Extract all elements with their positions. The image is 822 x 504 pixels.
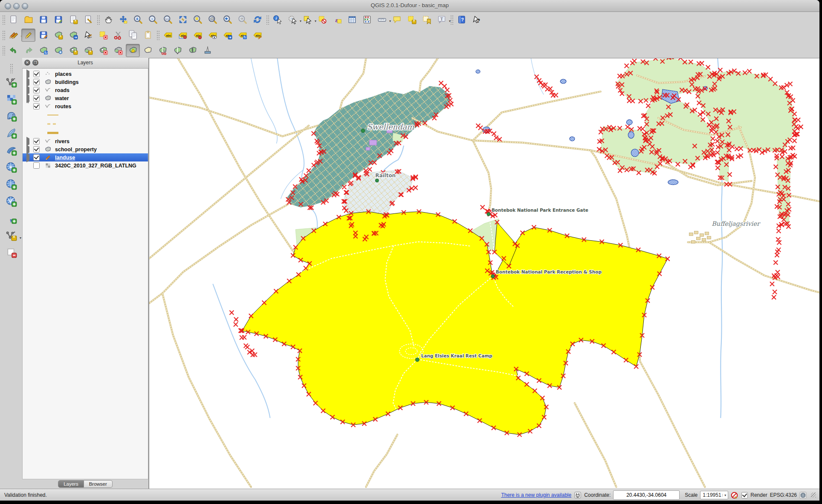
delete-selected-button[interactable] <box>96 29 110 42</box>
add-wcs-layer-button[interactable] <box>3 176 19 192</box>
deselect-all-button[interactable] <box>315 13 329 26</box>
expand-arrow-icon[interactable] <box>26 87 31 93</box>
layer-row-roads[interactable]: roads <box>23 86 148 94</box>
zoom-in-button[interactable]: + <box>131 13 145 26</box>
layer-row-places[interactable]: places <box>23 70 148 78</box>
delete-ring-button[interactable] <box>96 44 110 57</box>
layer-visibility-checkbox[interactable] <box>33 103 40 109</box>
zoom-full-button[interactable] <box>176 13 190 26</box>
tab-browser[interactable]: Browser <box>84 480 113 488</box>
toolbar-grip[interactable] <box>2 14 5 25</box>
layer-visibility-checkbox[interactable] <box>33 95 40 101</box>
render-checkbox[interactable] <box>741 492 748 498</box>
collapse-arrow-icon[interactable] <box>26 104 31 109</box>
new-shapefile-layer-button[interactable]: *▾ <box>3 227 19 243</box>
new-bookmark-button[interactable]: * <box>405 13 419 26</box>
change-label-properties-button[interactable]: abc <box>250 29 264 42</box>
composer-manager-button[interactable] <box>81 13 95 26</box>
layer-row-buildings[interactable]: buildings <box>23 78 148 86</box>
paste-features-button[interactable] <box>141 29 155 42</box>
layer-row-3420C_2010_327_RGB_LATLNG[interactable]: 3420C_2010_327_RGB_LATLNG <box>23 161 148 170</box>
select-features-button[interactable]: ▾ <box>300 13 314 26</box>
remove-layer-button[interactable] <box>3 244 19 260</box>
tab-layers[interactable]: Layers <box>58 480 84 488</box>
expand-arrow-icon[interactable] <box>26 79 31 85</box>
save-layer-edits-button[interactable] <box>36 29 50 42</box>
layer-visibility-checkbox[interactable] <box>33 87 40 93</box>
pin-labels-button[interactable]: abc <box>176 29 190 42</box>
panel-detach-icon[interactable]: ❐ <box>32 60 38 66</box>
resize-grip[interactable] <box>811 492 816 498</box>
layer-row-routes[interactable]: routes <box>23 102 148 110</box>
expand-arrow-icon[interactable] <box>26 155 31 161</box>
open-project-button[interactable] <box>21 13 35 26</box>
zoom-out-button[interactable]: - <box>146 13 160 26</box>
coordinate-input[interactable] <box>613 490 680 500</box>
layer-row-rivers[interactable]: rivers <box>23 137 148 145</box>
new-print-composer-button[interactable]: * <box>66 13 80 26</box>
cut-features-button[interactable] <box>111 29 125 42</box>
save-project-button[interactable] <box>36 13 50 26</box>
zoom-next-button[interactable] <box>235 13 249 26</box>
identify-features-button[interactable]: i <box>270 13 284 26</box>
save-project-as-button[interactable] <box>51 13 65 26</box>
plugin-link[interactable]: There is a new plugin available <box>501 492 571 498</box>
zoom-to-selection-button[interactable] <box>191 13 205 26</box>
plugin-icon[interactable] <box>574 491 582 499</box>
text-annotation-button[interactable]: T▾ <box>434 13 449 26</box>
add-part-button[interactable]: * <box>81 44 95 57</box>
redo-button[interactable] <box>21 44 35 57</box>
show-bookmarks-button[interactable] <box>420 13 434 26</box>
help-contents-button[interactable]: ? <box>454 13 469 26</box>
rotate-label-button[interactable]: abc↻ <box>235 29 249 42</box>
toolbar-grip[interactable] <box>2 30 5 40</box>
show-hide-labels-button[interactable]: abc <box>206 29 220 42</box>
layer-visibility-checkbox[interactable] <box>33 79 40 85</box>
add-wms-layer-button[interactable]: M <box>3 159 19 175</box>
add-postgis-layer-button[interactable] <box>3 108 19 124</box>
add-vector-layer-button[interactable] <box>3 74 19 90</box>
field-calculator-button[interactable] <box>360 13 374 26</box>
toolbar-grip[interactable] <box>156 30 159 40</box>
map-tips-button[interactable] <box>390 13 404 26</box>
scale-combo[interactable]: 1:19951 ▼ <box>700 491 728 499</box>
add-wfs-layer-button[interactable] <box>3 193 19 209</box>
add-mssql-layer-button[interactable] <box>3 142 19 158</box>
add-feature-button[interactable]: * <box>51 29 65 42</box>
layer-visibility-checkbox[interactable] <box>33 154 40 161</box>
whats-this-button[interactable]: ? <box>469 13 483 26</box>
rotate-feature-button[interactable]: ↻ <box>36 44 50 57</box>
layer-visibility-checkbox[interactable] <box>33 146 40 153</box>
open-attribute-table-button[interactable] <box>345 13 359 26</box>
title-bar[interactable]: QGIS 2.0.1-Dufour - basic_map <box>0 0 819 12</box>
layer-row-school_property[interactable]: school_property <box>23 145 148 153</box>
toolbar-grip[interactable] <box>96 14 100 25</box>
chevron-down-icon[interactable]: ▼ <box>722 494 728 497</box>
zoom-last-button[interactable] <box>220 13 234 26</box>
add-raster-layer-button[interactable] <box>3 91 19 107</box>
labeling-options-button[interactable]: abc <box>161 29 175 42</box>
undo-button[interactable] <box>6 44 20 57</box>
layer-visibility-checkbox[interactable] <box>33 162 40 169</box>
map-canvas[interactable]: Swellendam Railton Buffeljagsrivier Bont… <box>149 58 819 489</box>
simplify-feature-button[interactable] <box>51 44 65 57</box>
expand-arrow-icon[interactable] <box>26 147 31 153</box>
expand-arrow-icon[interactable] <box>26 71 31 77</box>
layer-visibility-checkbox[interactable] <box>33 71 40 77</box>
highlight-pinned-labels-button[interactable]: abc <box>191 29 205 42</box>
zoom-to-layer-button[interactable] <box>206 13 220 26</box>
select-by-expression-button[interactable]: ε <box>330 13 344 26</box>
new-project-button[interactable] <box>6 13 20 26</box>
expand-arrow-icon[interactable] <box>26 138 31 144</box>
layer-row-landuse[interactable]: landuse <box>23 153 148 161</box>
split-parts-button[interactable] <box>171 44 185 57</box>
layer-row-water[interactable]: water <box>23 94 148 102</box>
offset-curve-button[interactable] <box>141 44 155 57</box>
measure-line-button[interactable]: ▾ <box>375 13 389 26</box>
refresh-map-button[interactable] <box>250 13 264 26</box>
add-ring-button[interactable]: * <box>66 44 80 57</box>
copy-features-button[interactable] <box>126 29 140 42</box>
split-features-button[interactable] <box>156 44 170 57</box>
delete-part-button[interactable] <box>111 44 125 57</box>
toolbar-grip[interactable] <box>2 45 5 55</box>
